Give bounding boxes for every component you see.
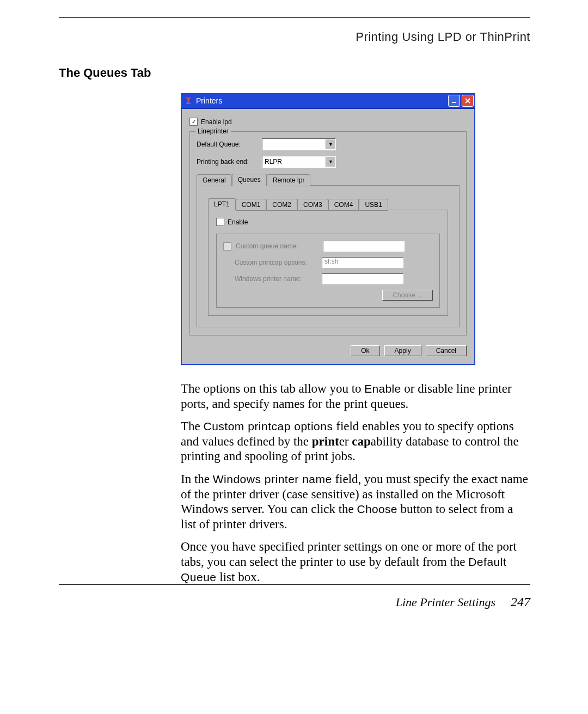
winprinter-label: Windows printer name: — [235, 275, 317, 283]
section-title: The Queues Tab — [59, 66, 530, 80]
lineprinter-legend: Lineprinter — [195, 127, 231, 135]
default-queue-label: Default Queue: — [197, 141, 258, 148]
printcap-label: Custom printcap options: — [235, 259, 317, 266]
minimize-button[interactable] — [448, 95, 460, 107]
apply-button[interactable]: Apply — [384, 345, 421, 356]
dialog-title: Printers — [196, 96, 448, 105]
tab-general[interactable]: General — [197, 174, 232, 186]
queues-tab-content: LPT1 COM1 COM2 COM3 COM4 USB1 Enabl — [197, 185, 460, 327]
port-tab-lpt1[interactable]: LPT1 — [208, 198, 236, 210]
default-queue-select[interactable]: ▼ — [262, 138, 336, 150]
enable-lpd-checkbox[interactable]: ✓ Enable lpd — [189, 118, 467, 126]
page-number: 247 — [511, 595, 530, 609]
bottom-rule — [59, 584, 530, 585]
chevron-down-icon: ▼ — [326, 157, 335, 167]
enable-lpd-label: Enable lpd — [201, 118, 232, 126]
ok-button[interactable]: Ok — [351, 345, 379, 356]
main-tabs: General Queues Remote lpr — [197, 173, 460, 185]
lineprinter-group: Lineprinter Default Queue: ▼ Printing ba… — [189, 131, 467, 335]
port-tab-usb1[interactable]: USB1 — [359, 199, 388, 211]
port-tab-com4[interactable]: COM4 — [328, 199, 359, 211]
winprinter-input[interactable] — [322, 273, 403, 284]
tab-queues[interactable]: Queues — [232, 174, 267, 186]
custom-queue-input[interactable] — [323, 241, 405, 252]
checkbox-icon — [223, 242, 231, 251]
chevron-down-icon: ▼ — [326, 139, 335, 149]
paragraph: The Custom printcap options field enable… — [181, 419, 530, 464]
cancel-button[interactable]: Cancel — [426, 345, 467, 356]
app-icon — [184, 96, 193, 105]
enable-port-label: Enable — [228, 218, 248, 226]
port-tab-com2[interactable]: COM2 — [266, 199, 297, 211]
close-button[interactable] — [462, 95, 474, 107]
backend-select[interactable]: RLPR ▼ — [262, 156, 336, 168]
titlebar: Printers — [181, 93, 475, 109]
checkbox-icon — [216, 218, 224, 226]
port-tab-com1[interactable]: COM1 — [236, 199, 267, 211]
port-tab-com3[interactable]: COM3 — [297, 199, 328, 211]
tab-remote-lpr[interactable]: Remote lpr — [267, 174, 311, 186]
paragraph: The options on this tab allow you to Ena… — [181, 381, 530, 411]
paragraph: In the Windows printer name field, you m… — [181, 472, 530, 532]
page-footer: Line Printer Settings 247 — [59, 595, 530, 609]
port-tabs: LPT1 COM1 COM2 COM3 COM4 USB1 — [208, 198, 448, 210]
printcap-input[interactable]: sf:sh — [322, 257, 403, 268]
custom-queue-label: Custom queue name: — [236, 242, 318, 250]
checkbox-icon: ✓ — [189, 118, 198, 126]
chapter-header: Printing Using LPD or ThinPrint — [59, 30, 530, 44]
choose-button[interactable]: Choose ... — [382, 290, 433, 301]
footer-section: Line Printer Settings — [396, 595, 495, 609]
backend-label: Printing back end: — [197, 158, 258, 166]
printers-dialog: Printers ✓ Enable lpd Lineprinter — [181, 93, 475, 365]
enable-port-checkbox[interactable]: Enable — [216, 218, 440, 226]
top-rule — [59, 17, 530, 18]
paragraph: Once you have specified printer settings… — [181, 539, 530, 584]
port-settings-group: Custom queue name: Custom printcap optio… — [216, 234, 440, 308]
